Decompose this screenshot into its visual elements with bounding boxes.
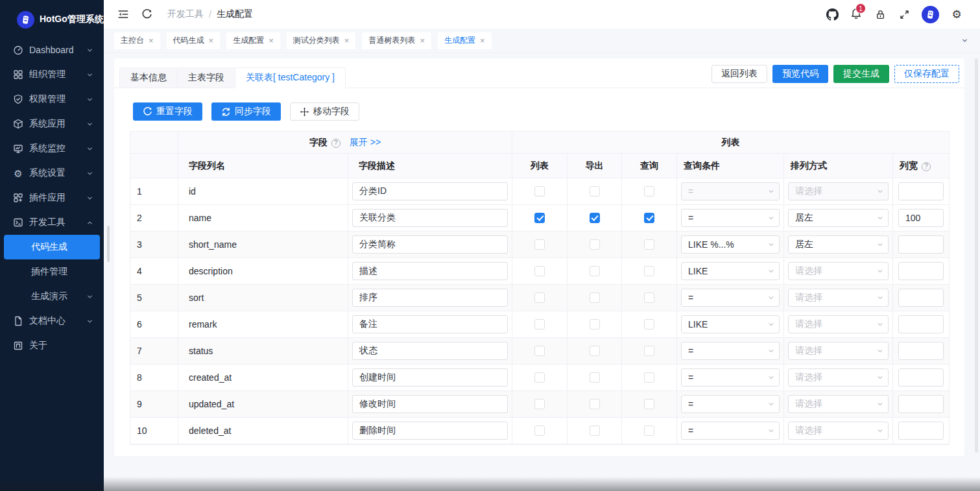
align-select[interactable]: 请选择	[788, 289, 889, 307]
export-checkbox[interactable]	[590, 425, 600, 436]
query-condition-select[interactable]: =	[681, 368, 780, 387]
column-width-input[interactable]	[898, 209, 944, 227]
column-width-input[interactable]	[898, 368, 944, 387]
align-select[interactable]: 请选择	[788, 315, 889, 333]
sync-fields-button[interactable]: 同步字段	[211, 102, 281, 121]
notifications-bell-icon[interactable]: 1	[850, 8, 863, 21]
field-desc-input[interactable]	[352, 182, 508, 200]
list-checkbox[interactable]	[534, 266, 545, 276]
column-width-input[interactable]	[898, 262, 944, 280]
app-logo[interactable]: HotGo管理系统	[0, 5, 104, 34]
field-desc-input[interactable]	[352, 368, 508, 387]
tab-chip-1[interactable]: 代码生成×	[167, 32, 221, 49]
column-width-input[interactable]	[898, 315, 944, 333]
return-list-button[interactable]: 返回列表	[711, 65, 767, 83]
close-icon[interactable]: ×	[269, 36, 274, 45]
user-avatar[interactable]	[922, 6, 939, 23]
close-icon[interactable]: ×	[480, 36, 485, 45]
tab-chip-4[interactable]: 普通树表列表×	[362, 32, 431, 49]
query-condition-select[interactable]: =	[681, 395, 780, 413]
query-checkbox[interactable]	[644, 213, 654, 223]
settings-gear-icon[interactable]: ⚙	[950, 8, 963, 21]
github-icon[interactable]	[826, 8, 839, 21]
query-checkbox[interactable]	[644, 293, 654, 303]
align-select[interactable]: 请选择	[788, 395, 889, 413]
query-checkbox[interactable]	[644, 372, 654, 383]
query-condition-select[interactable]: =	[681, 209, 780, 227]
query-condition-select[interactable]: LIKE	[681, 262, 780, 280]
query-checkbox[interactable]	[644, 425, 654, 436]
sidebar-item-auth[interactable]: 权限管理	[0, 87, 104, 112]
sidebar-item-docs[interactable]: 文档中心	[0, 309, 104, 333]
list-checkbox[interactable]	[534, 319, 545, 329]
sidebar-item-sysapp[interactable]: 系统应用	[0, 112, 104, 136]
query-checkbox[interactable]	[644, 239, 654, 250]
close-icon[interactable]: ×	[344, 36, 350, 45]
tab-chip-2[interactable]: 生成配置×	[226, 32, 280, 49]
breadcrumb-parent[interactable]: 开发工具	[167, 8, 204, 20]
field-desc-input[interactable]	[352, 395, 508, 413]
align-select[interactable]: 居左	[788, 235, 889, 254]
query-checkbox[interactable]	[644, 186, 654, 197]
move-fields-button[interactable]: 移动字段	[290, 102, 359, 121]
sidebar-item-dashboard[interactable]: Dashboard	[0, 38, 104, 62]
field-desc-input[interactable]	[352, 289, 508, 307]
export-checkbox[interactable]	[590, 372, 600, 383]
export-checkbox[interactable]	[590, 319, 600, 329]
column-width-input[interactable]	[898, 182, 944, 200]
query-checkbox[interactable]	[644, 319, 654, 329]
export-checkbox[interactable]	[590, 399, 600, 409]
reload-icon[interactable]	[140, 8, 153, 21]
export-checkbox[interactable]	[590, 266, 600, 276]
sidebar-item-devtool[interactable]: 开发工具	[0, 210, 104, 235]
field-desc-input[interactable]	[352, 422, 508, 440]
query-condition-select[interactable]: LIKE	[681, 315, 780, 333]
align-select[interactable]: 请选择	[788, 368, 889, 387]
fullscreen-icon[interactable]	[898, 8, 911, 21]
export-checkbox[interactable]	[590, 239, 600, 250]
tab-chip-0[interactable]: 主控台×	[114, 32, 160, 49]
list-checkbox[interactable]	[534, 372, 545, 383]
list-checkbox[interactable]	[534, 346, 545, 356]
field-desc-input[interactable]	[352, 262, 508, 280]
close-icon[interactable]: ×	[149, 36, 154, 45]
query-condition-select[interactable]: LIKE %...%	[681, 235, 780, 254]
list-checkbox[interactable]	[534, 186, 545, 197]
export-checkbox[interactable]	[590, 213, 600, 223]
query-condition-select[interactable]: =	[681, 289, 780, 307]
sidebar-item-codegen[interactable]: 代码生成	[4, 235, 100, 259]
align-select[interactable]: 居左	[788, 209, 889, 227]
tab-main-fields[interactable]: 主表字段	[177, 67, 235, 88]
sidebar-item-pluginmgr[interactable]: 插件管理	[0, 259, 104, 284]
query-checkbox[interactable]	[644, 399, 654, 409]
sidebar-item-sysmon[interactable]: 系统监控	[0, 136, 104, 161]
list-checkbox[interactable]	[534, 239, 545, 250]
tab-related-table[interactable]: 关联表[ testCategory ]	[235, 67, 346, 88]
expand-link[interactable]: 展开 >>	[350, 137, 381, 149]
query-checkbox[interactable]	[644, 346, 654, 356]
save-config-button[interactable]: 仅保存配置	[894, 65, 959, 83]
list-checkbox[interactable]	[534, 425, 545, 436]
list-checkbox[interactable]	[534, 293, 545, 303]
sidebar-item-org[interactable]: 组织管理	[0, 62, 104, 87]
tab-chip-5[interactable]: 生成配置×	[438, 32, 492, 49]
close-icon[interactable]: ×	[209, 36, 214, 45]
field-desc-input[interactable]	[352, 235, 508, 254]
column-width-input[interactable]	[898, 342, 944, 360]
reset-fields-button[interactable]: 重置字段	[133, 102, 202, 121]
page-scrollbar[interactable]	[975, 58, 978, 453]
list-checkbox[interactable]	[534, 399, 545, 409]
lock-screen-icon[interactable]	[874, 8, 887, 21]
column-width-input[interactable]	[898, 235, 944, 254]
field-desc-input[interactable]	[352, 342, 508, 360]
sidebar-item-plugin[interactable]: 插件应用	[0, 186, 104, 210]
preview-code-button[interactable]: 预览代码	[772, 65, 828, 83]
sidebar-item-gendemo[interactable]: 生成演示	[0, 284, 104, 309]
export-checkbox[interactable]	[590, 186, 600, 197]
query-checkbox[interactable]	[644, 266, 654, 276]
sidebar-item-sysset[interactable]: ⚙系统设置	[0, 161, 104, 186]
align-select[interactable]: 请选择	[788, 342, 889, 360]
column-width-input[interactable]	[898, 395, 944, 413]
query-condition-select[interactable]: =	[681, 422, 780, 440]
submit-generate-button[interactable]: 提交生成	[833, 65, 889, 83]
